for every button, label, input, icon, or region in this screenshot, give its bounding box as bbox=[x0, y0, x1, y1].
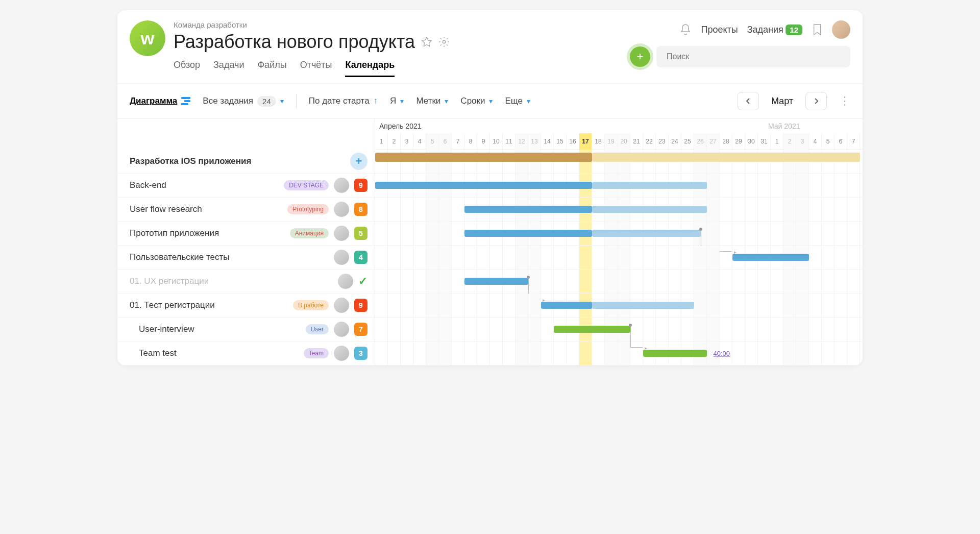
assignee-avatar[interactable] bbox=[334, 298, 349, 313]
day-cell: 1 bbox=[771, 133, 783, 150]
title-row: Разработка нового продукта bbox=[174, 31, 622, 53]
projects-link[interactable]: Проекты bbox=[701, 25, 738, 35]
tasks-link[interactable]: Задания 12 bbox=[747, 25, 802, 35]
task-name: Разработка iOS приложения bbox=[130, 156, 345, 166]
assignee-avatar[interactable] bbox=[334, 346, 349, 361]
day-cell: 20 bbox=[618, 133, 630, 150]
task-bar[interactable] bbox=[464, 278, 528, 285]
logo[interactable]: w bbox=[130, 20, 165, 56]
tab-1[interactable]: Задачи bbox=[213, 60, 244, 77]
assignee-avatar[interactable] bbox=[334, 322, 349, 337]
assignee-avatar[interactable] bbox=[334, 202, 349, 217]
task-name: Прототип приложения bbox=[130, 228, 285, 238]
task-row[interactable]: 01. Тест регистрацииВ работе9 bbox=[117, 294, 375, 318]
more-menu-icon[interactable]: ⋮ bbox=[839, 94, 850, 108]
duration-label: 40:00 bbox=[714, 350, 730, 357]
task-bar[interactable] bbox=[464, 206, 592, 213]
task-row[interactable]: Team testTeam3 bbox=[117, 342, 375, 366]
filter-labels[interactable]: Метки ▾ bbox=[416, 96, 448, 106]
tasks-badge: 12 bbox=[786, 25, 802, 35]
task-row[interactable]: Разработка iOS приложения+ bbox=[117, 150, 375, 174]
day-cell: 2 bbox=[783, 133, 796, 150]
day-cell: 11 bbox=[503, 133, 516, 150]
priority-badge: 4 bbox=[354, 251, 368, 264]
task-row[interactable]: Back-endDEV STAGE9 bbox=[117, 174, 375, 198]
search-input[interactable] bbox=[656, 46, 850, 67]
task-bar[interactable] bbox=[554, 326, 630, 333]
day-labels: 1234567891011121314151617181920212223242… bbox=[375, 133, 863, 150]
check-icon: ✓ bbox=[358, 275, 368, 288]
add-button[interactable]: + bbox=[630, 46, 650, 67]
task-name: User-interview bbox=[139, 324, 301, 334]
assignee-avatar[interactable] bbox=[334, 226, 349, 241]
tab-3[interactable]: Отчёты bbox=[300, 60, 332, 77]
timeline-header: Апрель 2021 Май 2021 1234567891011121314… bbox=[375, 119, 863, 150]
day-cell: 4 bbox=[413, 133, 426, 150]
bell-icon[interactable] bbox=[679, 23, 692, 36]
task-bar[interactable] bbox=[464, 230, 592, 237]
day-cell: 13 bbox=[528, 133, 541, 150]
day-cell: 3 bbox=[796, 133, 809, 150]
day-cell: 6 bbox=[835, 133, 847, 150]
star-icon[interactable] bbox=[421, 36, 432, 47]
user-avatar[interactable] bbox=[832, 20, 850, 39]
day-cell: 25 bbox=[681, 133, 694, 150]
chevron-down-icon: ▾ bbox=[445, 97, 448, 105]
task-name: Back-end bbox=[130, 180, 279, 190]
group-bar-remaining[interactable] bbox=[592, 153, 860, 162]
task-bar[interactable] bbox=[375, 182, 592, 189]
group-bar[interactable] bbox=[375, 153, 592, 162]
prev-month-button[interactable] bbox=[738, 92, 759, 110]
task-tag: Анимация bbox=[290, 228, 329, 238]
task-row[interactable]: Пользовательские тесты4 bbox=[117, 246, 375, 270]
task-tag: User bbox=[306, 324, 329, 334]
day-cell: 21 bbox=[630, 133, 643, 150]
day-cell: 8 bbox=[464, 133, 477, 150]
tasks-count-pill: 24 bbox=[257, 96, 276, 107]
assignee-avatar[interactable] bbox=[338, 274, 353, 289]
tab-2[interactable]: Файлы bbox=[257, 60, 286, 77]
tab-0[interactable]: Обзор bbox=[174, 60, 200, 77]
chart-row bbox=[375, 270, 863, 294]
filter-more[interactable]: Еще ▾ bbox=[505, 96, 530, 106]
tab-4[interactable]: Календарь bbox=[345, 60, 395, 77]
priority-badge: 3 bbox=[354, 347, 368, 360]
add-task-button[interactable]: + bbox=[350, 153, 368, 170]
chart-row bbox=[375, 294, 863, 318]
side-header bbox=[117, 119, 375, 150]
assignee-avatar[interactable] bbox=[334, 178, 349, 193]
bookmark-icon[interactable] bbox=[812, 23, 823, 36]
filter-deadlines[interactable]: Сроки ▾ bbox=[460, 96, 493, 106]
task-bar[interactable] bbox=[541, 302, 592, 309]
task-row[interactable]: 01. UX регистрации✓ bbox=[117, 270, 375, 294]
filter-all-tasks[interactable]: Все задания 24 ▾ bbox=[203, 96, 283, 107]
task-bar[interactable] bbox=[592, 206, 707, 213]
day-cell: 6 bbox=[439, 133, 452, 150]
task-bar[interactable] bbox=[732, 254, 809, 261]
filter-me[interactable]: Я ▾ bbox=[390, 96, 404, 106]
task-name: 01. UX регистрации bbox=[130, 276, 333, 286]
next-month-button[interactable] bbox=[805, 92, 827, 110]
sort-by[interactable]: По дате старта ↑ bbox=[309, 96, 378, 106]
day-cell: 15 bbox=[554, 133, 567, 150]
current-month: Март bbox=[771, 96, 793, 107]
day-cell: 31 bbox=[758, 133, 771, 150]
task-bar[interactable] bbox=[592, 182, 707, 189]
assignee-avatar[interactable] bbox=[334, 250, 349, 265]
view-diagram[interactable]: Диаграмма bbox=[130, 96, 190, 106]
breadcrumb[interactable]: Команда разработки bbox=[174, 20, 622, 29]
day-cell: 26 bbox=[694, 133, 707, 150]
task-bar[interactable] bbox=[592, 302, 694, 309]
day-cell: 16 bbox=[567, 133, 579, 150]
day-cell: 5 bbox=[822, 133, 835, 150]
task-bar[interactable] bbox=[643, 350, 707, 357]
toolbar: Диаграмма Все задания 24 ▾ По дате старт… bbox=[117, 83, 863, 118]
day-cell: 29 bbox=[732, 133, 745, 150]
task-bar[interactable] bbox=[592, 230, 701, 237]
task-row[interactable]: User-interviewUser7 bbox=[117, 318, 375, 342]
gear-icon[interactable] bbox=[438, 36, 450, 47]
chevron-down-icon: ▾ bbox=[489, 97, 493, 105]
task-row[interactable]: User flow researchPrototyping8 bbox=[117, 198, 375, 222]
task-row[interactable]: Прототип приложенияАнимация5 bbox=[117, 222, 375, 246]
task-tag: Prototyping bbox=[287, 204, 329, 214]
